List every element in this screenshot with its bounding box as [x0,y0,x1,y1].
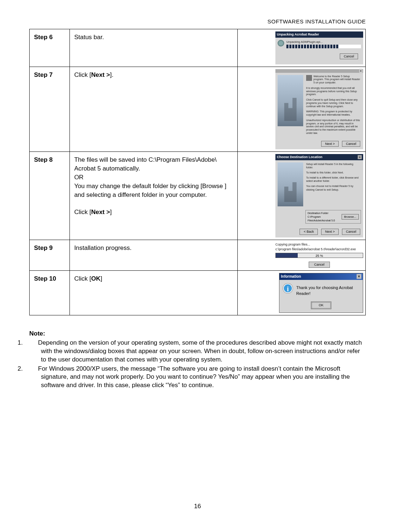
browse-button[interactable]: Browse... [342,214,359,220]
dialog-message: Thank you for choosing Acrobat Reader! [296,284,359,296]
step8-screenshot: Choose Destination Location × Setup will… [238,152,366,240]
info-icon: i [283,284,293,293]
dialog-title: Choose Destination Location [277,155,323,160]
close-icon[interactable]: × [358,155,362,159]
text: You may change the default folder by cli… [74,183,226,198]
step10-screenshot: Information × i Thank you for choosing A… [238,271,366,315]
next-button[interactable]: Next > [321,229,339,235]
steps-table: Step 6 Status bar. Unpacking Acrobat Rea… [29,29,366,315]
close-icon[interactable]: × [357,274,361,279]
text: Click [ [74,209,91,216]
step6-label: Step 6 [30,29,70,67]
dialog-title: Information [281,274,301,279]
back-button[interactable]: < Back [300,229,318,235]
wizard-text: To install to this folder, click Next. [306,171,360,174]
destination-label: Destination Folder [308,212,328,214]
next-button[interactable]: Next > [321,141,339,147]
wizard-text: Welcome to the Reader 5 Setup program. T… [306,75,360,85]
wizard-text: It is strongly recommended that you exit… [306,87,360,96]
step8-label: Step 8 [30,152,70,240]
dialog-titlebar: Unpacking Acrobat Reader [275,31,363,38]
note-list: 1.Depending on the version of your opera… [29,339,366,390]
page-number: 16 [0,503,395,510]
step9-label: Step 9 [30,240,70,271]
text: ] [110,209,112,216]
progress-bar [286,45,361,48]
cancel-button[interactable]: Cancel [340,53,358,60]
page-header: SOFTWARES INSTALLATION GUIDE [29,18,366,25]
progress-percent: 25 % [316,254,323,258]
unpacking-label: Unpacking ADMPlugin.apl... [286,40,361,44]
dialog-titlebar: Choose Destination Location × [275,154,363,160]
wizard-text: To install to a different folder, click … [306,176,360,183]
wizard-banner-image [278,75,303,126]
step6-screenshot: Unpacking Acrobat Reader Unpacking ADMPl… [238,29,366,67]
text-bold: Next > [91,71,110,78]
text-bold: Next > [91,209,110,216]
dialog-titlebar [275,69,363,73]
cancel-button[interactable]: Cancel [342,229,360,235]
step9-screenshot: Copying program files... c:\program file… [238,240,366,271]
step7-label: Step 7 [30,67,70,152]
destination-path: C:\Program Files\Adobe\Acrobat 5.0 [308,216,335,222]
wizard-text: Setup will install Reader 5 in the follo… [306,162,360,169]
note-heading: Note: [29,330,366,337]
step7-desc: Click [Next >]. [69,67,237,152]
cancel-button[interactable]: Cancel [309,262,330,268]
wizard-banner-image [278,162,303,206]
destination-box: Destination Folder C:\Program Files\Adob… [305,210,361,224]
wizard-text: Unauthorized reproduction or distributio… [306,119,360,135]
note-text: Depending on the version of your operati… [38,339,362,363]
text: ] [101,275,102,282]
step6-desc: Status bar. [69,29,237,67]
note-text: For Windows 2000/XP users, the message “… [38,365,350,389]
wizard-text: You can choose not to install Reader 5 b… [306,184,360,191]
progress-path: c:\program files\adobe\acrobat 5.0\reade… [275,247,363,252]
step9-desc: Installation progress. [69,240,237,271]
text: OR [74,174,84,181]
text: Click [ [74,275,91,282]
globe-icon [278,40,284,46]
text-bold: OK [91,275,101,282]
text: ]. [110,71,113,78]
note-item-2: 2.For Windows 2000/XP users, the message… [29,365,366,390]
step10-desc: Click [OK] [69,271,237,315]
dialog-title: Unpacking Acrobat Reader [277,32,319,37]
dialog-titlebar: Information × [279,273,363,280]
text: Click [ [74,71,91,78]
text: Acrobat 5 automatically. [74,165,140,172]
step8-desc: The files will be saved into C:\Program … [69,152,237,240]
wizard-text: WARNING: This program is protected by co… [306,110,360,117]
progress-label: Copying program files... [275,242,363,247]
ok-button[interactable]: OK [312,302,330,308]
document-icon [306,75,312,81]
note-item-1: 1.Depending on the version of your opera… [29,339,366,364]
text: The files will be saved into C:\Program … [74,156,217,163]
progress-bar: 25 % [275,253,363,258]
step10-label: Step 10 [30,271,70,315]
step7-screenshot: Welcome to the Reader 5 Setup program. T… [238,67,366,152]
wizard-text: Click Cancel to quit Setup and then clos… [306,98,360,108]
cancel-button[interactable]: Cancel [342,141,360,147]
